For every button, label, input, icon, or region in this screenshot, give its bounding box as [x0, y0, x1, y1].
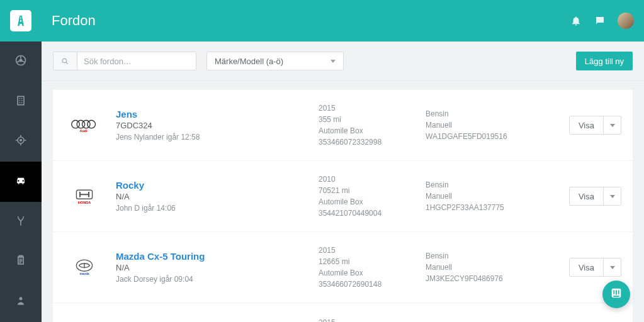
vehicle-device-id: 353466072332998 — [319, 136, 426, 148]
road-icon — [10, 10, 31, 31]
vehicle-plate: 7GDC324 — [116, 121, 319, 130]
topbar: Fordon — [0, 0, 644, 42]
user-icon — [14, 294, 27, 309]
search-icon — [54, 52, 77, 70]
vehicle-vin: 1HGCP2F33AA137775 — [426, 202, 529, 213]
toolbar: Märke/Modell (a-ö) Lägg till ny — [42, 42, 644, 81]
svg-rect-27 — [616, 290, 617, 294]
view-button-group: Visa — [569, 187, 621, 206]
vehicle-transmission: Manuell — [426, 262, 529, 273]
svg-point-8 — [62, 58, 67, 63]
bell-icon[interactable] — [570, 14, 582, 27]
vehicle-mileage: 12665 mi — [319, 256, 426, 267]
vehicle-name[interactable]: Mazda Cx-5 Touring — [116, 251, 319, 262]
sort-label: Märke/Modell (a-ö) — [215, 57, 283, 66]
vehicle-device: Automile Box — [319, 267, 426, 279]
svg-rect-26 — [613, 290, 614, 294]
view-button[interactable]: Visa — [570, 258, 603, 276]
vehicle-device-id: 353466072690148 — [319, 279, 426, 290]
vehicle-transmission: Manuell — [426, 191, 529, 202]
chat-icon[interactable] — [594, 14, 606, 27]
clipboard-icon — [14, 254, 27, 269]
view-button[interactable]: Visa — [570, 116, 603, 134]
svg-point-12 — [88, 120, 96, 128]
vehicle-plate: N/A — [116, 192, 319, 201]
sidebar-item-clipboard[interactable] — [0, 242, 42, 282]
view-dropdown-caret[interactable] — [603, 187, 621, 205]
svg-text:HONDA: HONDA — [78, 201, 91, 204]
building-icon — [14, 94, 27, 109]
sidebar-item-reports[interactable] — [0, 82, 42, 122]
svg-point-1 — [20, 59, 21, 61]
vehicle-driver: Jens Nylander igår 12:58 — [116, 133, 319, 142]
view-button-group: Visa — [569, 258, 621, 277]
view-dropdown-caret[interactable] — [603, 258, 621, 276]
svg-rect-2 — [18, 96, 24, 104]
vehicle-row: HONDA Rocky N/A John D igår 14:06 2010 7… — [53, 161, 633, 232]
vehicle-fuel: Bensin — [426, 108, 529, 119]
vehicle-plate: N/A — [116, 263, 319, 272]
vehicle-year: 2010 — [319, 174, 426, 185]
content-area: Märke/Modell (a-ö) Lägg till ny Audi Jen… — [42, 42, 644, 322]
vehicle-row: mazda Mazda Cx-5 Touring N/A Jack Dorsey… — [53, 232, 633, 303]
chat-fab[interactable] — [602, 280, 630, 308]
search-box — [53, 52, 196, 70]
vehicle-year: 2015 — [319, 103, 426, 114]
vehicle-list: Audi Jens 7GDC324 Jens Nylander igår 12:… — [42, 81, 644, 322]
sidebar-item-routes[interactable] — [0, 202, 42, 242]
sidebar-item-users[interactable] — [0, 282, 42, 322]
search-input[interactable] — [77, 52, 196, 70]
subaru-logo-icon: SUBARU — [64, 317, 105, 322]
audi-logo-icon: Audi — [64, 108, 105, 142]
view-button-group: Visa — [569, 116, 621, 135]
vehicle-device: Automile Box — [319, 125, 426, 136]
svg-point-7 — [20, 297, 23, 300]
crosshair-icon — [14, 134, 27, 149]
svg-text:Audi: Audi — [79, 129, 88, 133]
vehicle-mileage: 355 mi — [319, 114, 426, 125]
sidebar — [0, 42, 42, 322]
vehicle-transmission: Manuell — [426, 119, 529, 131]
vehicle-row: SUBARU Subaru Forester 2.5i Premium N/A … — [53, 303, 633, 322]
branch-icon — [14, 214, 27, 230]
vehicle-fuel: Bensin — [426, 250, 529, 262]
vehicle-vin: WA1DGAFE5FD019516 — [426, 131, 529, 142]
add-button[interactable]: Lägg till ny — [576, 52, 633, 70]
vehicle-mileage: 70521 mi — [319, 185, 426, 196]
svg-point-4 — [20, 140, 22, 142]
mazda-logo-icon: mazda — [64, 250, 105, 284]
car-icon — [14, 174, 27, 189]
intercom-icon — [609, 286, 623, 303]
vehicle-driver: John D igår 14:06 — [116, 204, 319, 213]
vehicle-fuel: Bensin — [426, 179, 529, 191]
vehicle-year: 2015 — [319, 245, 426, 256]
steering-wheel-icon — [14, 54, 27, 69]
vehicle-device: Automile Box — [319, 196, 426, 208]
page-title: Fordon — [52, 13, 96, 29]
svg-rect-28 — [618, 290, 619, 294]
view-button[interactable]: Visa — [570, 187, 603, 205]
sort-dropdown[interactable]: Märke/Modell (a-ö) — [206, 52, 344, 70]
honda-logo-icon: HONDA — [64, 179, 105, 213]
vehicle-year: 2015 — [319, 317, 426, 322]
view-dropdown-caret[interactable] — [603, 116, 621, 134]
app-logo[interactable] — [0, 0, 42, 42]
sidebar-item-location[interactable] — [0, 121, 42, 162]
vehicle-row: Audi Jens 7GDC324 Jens Nylander igår 12:… — [53, 90, 633, 161]
svg-text:mazda: mazda — [79, 272, 89, 275]
avatar[interactable] — [618, 13, 634, 29]
vehicle-name[interactable]: Jens — [116, 109, 319, 119]
sidebar-item-vehicles[interactable] — [0, 162, 42, 202]
vehicle-driver: Jack Dorsey igår 09:04 — [116, 275, 319, 284]
vehicle-device-id: 354421070449004 — [319, 208, 426, 219]
vehicle-name[interactable]: Rocky — [116, 180, 319, 191]
vehicle-vin: JM3KE2CY9F0486976 — [426, 273, 529, 284]
sidebar-item-dashboard[interactable] — [0, 42, 42, 82]
